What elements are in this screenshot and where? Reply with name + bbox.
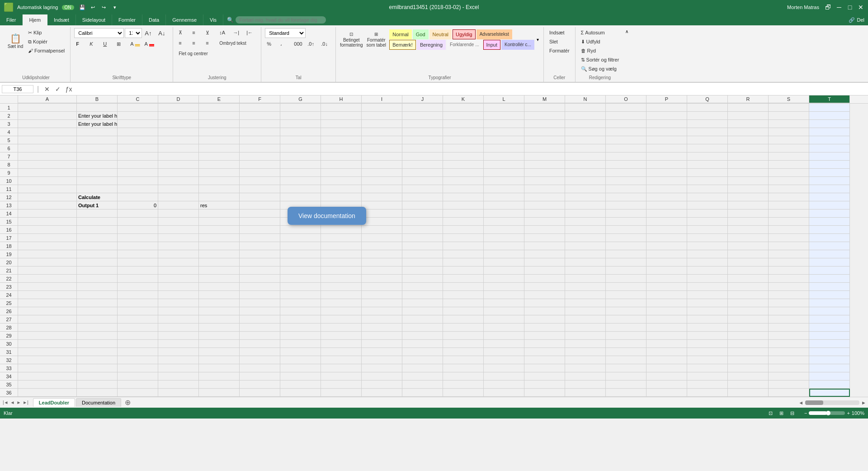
cell-G6[interactable] bbox=[280, 144, 321, 152]
col-header-b[interactable]: B bbox=[77, 95, 118, 103]
cell-K25[interactable] bbox=[443, 299, 484, 307]
cell-J33[interactable] bbox=[402, 364, 443, 372]
cell-N32[interactable] bbox=[565, 356, 606, 364]
cell-L23[interactable] bbox=[484, 283, 524, 291]
cell-D29[interactable] bbox=[158, 332, 199, 340]
cell-O3[interactable] bbox=[606, 120, 646, 128]
cell-T24[interactable] bbox=[809, 291, 850, 299]
cell-E10[interactable] bbox=[199, 177, 240, 185]
col-header-q[interactable]: Q bbox=[687, 95, 728, 103]
cell-N24[interactable] bbox=[565, 291, 606, 299]
cell-K19[interactable] bbox=[443, 250, 484, 258]
styles-expand-button[interactable]: ▾ bbox=[536, 36, 540, 43]
cell-Q6[interactable] bbox=[687, 144, 728, 152]
cell-H21[interactable] bbox=[321, 266, 362, 275]
cell-F18[interactable] bbox=[240, 242, 280, 250]
cell-E23[interactable] bbox=[199, 283, 240, 291]
cell-T28[interactable] bbox=[809, 324, 850, 332]
cell-T26[interactable] bbox=[809, 307, 850, 315]
cell-D5[interactable] bbox=[158, 136, 199, 144]
cell-B19[interactable] bbox=[77, 250, 118, 258]
row-number-3[interactable]: 3 bbox=[0, 120, 18, 128]
cell-P34[interactable] bbox=[646, 372, 687, 381]
cell-D34[interactable] bbox=[158, 372, 199, 381]
cell-B6[interactable] bbox=[77, 144, 118, 152]
col-header-c[interactable]: C bbox=[118, 95, 158, 103]
cell-L24[interactable] bbox=[484, 291, 524, 299]
cell-T8[interactable] bbox=[809, 161, 850, 169]
comma-button[interactable]: 000 bbox=[292, 39, 305, 48]
cell-M35[interactable] bbox=[524, 381, 565, 389]
row-number-2[interactable]: 2 bbox=[0, 112, 18, 120]
cell-C11[interactable] bbox=[118, 185, 158, 193]
cell-B1[interactable] bbox=[77, 104, 118, 112]
cell-O9[interactable] bbox=[606, 169, 646, 177]
cell-J20[interactable] bbox=[402, 258, 443, 266]
cell-N36[interactable] bbox=[565, 389, 606, 397]
cell-J13[interactable] bbox=[402, 201, 443, 209]
sheet-nav-first[interactable]: |◄ bbox=[2, 400, 9, 405]
cell-G10[interactable] bbox=[280, 177, 321, 185]
row-number-7[interactable]: 7 bbox=[0, 152, 18, 161]
cell-J18[interactable] bbox=[402, 242, 443, 250]
cell-B25[interactable] bbox=[77, 299, 118, 307]
cell-F31[interactable] bbox=[240, 348, 280, 356]
cell-R23[interactable] bbox=[728, 283, 769, 291]
cell-T7[interactable] bbox=[809, 152, 850, 161]
cell-G16[interactable] bbox=[280, 226, 321, 234]
cell-K12[interactable] bbox=[443, 193, 484, 201]
cell-F11[interactable] bbox=[240, 185, 280, 193]
minimize-button[interactable]: ─ bbox=[835, 4, 843, 11]
cell-N23[interactable] bbox=[565, 283, 606, 291]
cell-T22[interactable] bbox=[809, 275, 850, 283]
cell-B24[interactable] bbox=[77, 291, 118, 299]
cell-A14[interactable] bbox=[18, 209, 77, 218]
cell-H23[interactable] bbox=[321, 283, 362, 291]
cell-K22[interactable] bbox=[443, 275, 484, 283]
style-calc[interactable]: Beregning bbox=[417, 40, 446, 50]
cell-G31[interactable] bbox=[280, 348, 321, 356]
cell-N16[interactable] bbox=[565, 226, 606, 234]
cell-Q12[interactable] bbox=[687, 193, 728, 201]
cell-P6[interactable] bbox=[646, 144, 687, 152]
autosum-button[interactable]: Σ Autosum bbox=[579, 28, 621, 37]
cell-L20[interactable] bbox=[484, 258, 524, 266]
cell-A10[interactable] bbox=[18, 177, 77, 185]
cell-A8[interactable] bbox=[18, 161, 77, 169]
cell-E6[interactable] bbox=[199, 144, 240, 152]
cell-N5[interactable] bbox=[565, 136, 606, 144]
cell-S9[interactable] bbox=[769, 169, 809, 177]
cell-I18[interactable] bbox=[362, 242, 402, 250]
cell-G35[interactable] bbox=[280, 381, 321, 389]
row-number-30[interactable]: 30 bbox=[0, 340, 18, 348]
percent-button[interactable]: ، bbox=[278, 39, 291, 48]
cell-I3[interactable] bbox=[362, 120, 402, 128]
cell-Q27[interactable] bbox=[687, 315, 728, 324]
cell-S30[interactable] bbox=[769, 340, 809, 348]
cell-O13[interactable] bbox=[606, 201, 646, 209]
cell-F24[interactable] bbox=[240, 291, 280, 299]
cell-R17[interactable] bbox=[728, 234, 769, 242]
cell-G25[interactable] bbox=[280, 299, 321, 307]
cell-F27[interactable] bbox=[240, 315, 280, 324]
cell-D2[interactable] bbox=[158, 112, 199, 120]
cell-T34[interactable] bbox=[809, 372, 850, 381]
cell-P31[interactable] bbox=[646, 348, 687, 356]
cell-T17[interactable] bbox=[809, 234, 850, 242]
cell-B5[interactable] bbox=[77, 136, 118, 144]
cell-L14[interactable] bbox=[484, 209, 524, 218]
cell-I6[interactable] bbox=[362, 144, 402, 152]
cell-P18[interactable] bbox=[646, 242, 687, 250]
zoom-out-button[interactable]: − bbox=[804, 410, 807, 416]
cell-P24[interactable] bbox=[646, 291, 687, 299]
cell-H22[interactable] bbox=[321, 275, 362, 283]
cell-S8[interactable] bbox=[769, 161, 809, 169]
cell-A4[interactable] bbox=[18, 128, 77, 136]
row-number-19[interactable]: 19 bbox=[0, 250, 18, 258]
cell-D31[interactable] bbox=[158, 348, 199, 356]
cell-G27[interactable] bbox=[280, 315, 321, 324]
row-number-32[interactable]: 32 bbox=[0, 356, 18, 364]
cell-K27[interactable] bbox=[443, 315, 484, 324]
cell-D18[interactable] bbox=[158, 242, 199, 250]
cell-O11[interactable] bbox=[606, 185, 646, 193]
